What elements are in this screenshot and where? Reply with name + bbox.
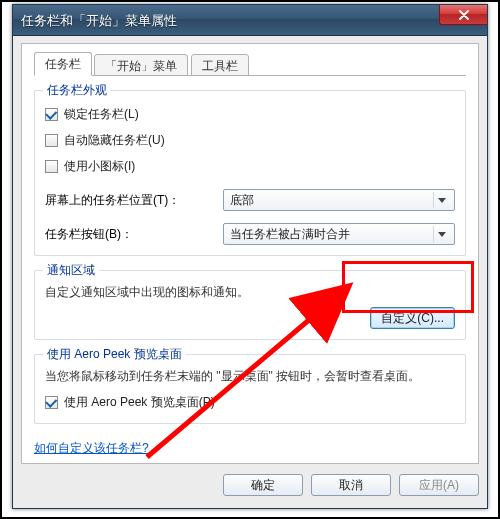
checkbox-box-icon <box>45 160 58 173</box>
dropdown-taskbar-buttons[interactable]: 当任务栏被占满时合并 <box>223 223 455 245</box>
tab-startmenu[interactable]: 「开始」菜单 <box>94 54 188 76</box>
dropdown-taskbar-position[interactable]: 底部 <box>223 189 455 211</box>
tab-toolbars[interactable]: 工具栏 <box>191 54 249 76</box>
ok-button[interactable]: 确定 <box>223 474 303 496</box>
checkbox-box-icon <box>45 134 58 147</box>
close-button[interactable] <box>439 5 487 25</box>
checkbox-small-icons[interactable]: 使用小图标(I) <box>45 158 135 175</box>
label-taskbar-buttons: 任务栏按钮(B)： <box>45 226 215 243</box>
group-legend-appearance: 任务栏外观 <box>43 82 111 99</box>
chevron-down-icon <box>433 192 450 208</box>
group-legend-aero: 使用 Aero Peek 预览桌面 <box>43 346 186 363</box>
checkbox-box-icon <box>45 396 58 409</box>
cancel-button[interactable]: 取消 <box>311 474 391 496</box>
tab-taskbar[interactable]: 任务栏 <box>34 52 92 76</box>
checkbox-box-icon <box>45 108 58 121</box>
group-taskbar-appearance: 任务栏外观 锁定任务栏(L) 自动隐藏任务栏(U) <box>34 90 466 256</box>
checkbox-aero-peek[interactable]: 使用 Aero Peek 预览桌面(P) <box>45 394 215 411</box>
dropdown-value: 底部 <box>230 192 254 209</box>
titlebar: 任务栏和「开始」菜单属性 <box>13 5 487 36</box>
close-icon <box>459 10 469 20</box>
checkbox-label: 使用小图标(I) <box>64 158 135 175</box>
customize-button[interactable]: 自定义(C)... <box>370 307 455 329</box>
apply-button[interactable]: 应用(A) <box>399 474 479 496</box>
dropdown-value: 当任务栏被占满时合并 <box>230 226 350 243</box>
checkbox-lock-taskbar[interactable]: 锁定任务栏(L) <box>45 106 139 123</box>
checkbox-autohide-taskbar[interactable]: 自动隐藏任务栏(U) <box>45 132 165 149</box>
client-area: 任务栏 「开始」菜单 工具栏 任务栏外观 锁定任务栏(L) 自动隐藏任务栏(U) <box>21 43 479 464</box>
tabstrip: 任务栏 「开始」菜单 工具栏 <box>34 52 466 76</box>
group-legend-notify: 通知区域 <box>43 262 99 279</box>
chevron-down-icon <box>433 226 450 242</box>
notify-description: 自定义通知区域中出现的图标和通知。 <box>45 283 455 301</box>
group-aero-peek: 使用 Aero Peek 预览桌面 当您将鼠标移动到任务栏末端的 "显示桌面" … <box>34 354 466 424</box>
window-title: 任务栏和「开始」菜单属性 <box>21 12 177 30</box>
checkbox-label: 自动隐藏任务栏(U) <box>64 132 165 149</box>
checkbox-label: 使用 Aero Peek 预览桌面(P) <box>64 394 215 411</box>
dialog-button-bar: 确定 取消 应用(A) <box>21 470 479 500</box>
annotated-screenshot: 任务栏和「开始」菜单属性 任务栏 「开始」菜单 工具栏 任务栏外观 <box>0 0 500 519</box>
help-link-customize-taskbar[interactable]: 如何自定义该任务栏? <box>34 440 149 457</box>
checkbox-label: 锁定任务栏(L) <box>64 106 139 123</box>
group-notification-area: 通知区域 自定义通知区域中出现的图标和通知。 自定义(C)... <box>34 270 466 340</box>
taskbar-properties-window: 任务栏和「开始」菜单属性 任务栏 「开始」菜单 工具栏 任务栏外观 <box>12 4 488 509</box>
aero-description: 当您将鼠标移动到任务栏末端的 "显示桌面" 按钮时，会暂时查看桌面。 <box>45 367 455 385</box>
label-taskbar-position: 屏幕上的任务栏位置(T)： <box>45 192 215 209</box>
